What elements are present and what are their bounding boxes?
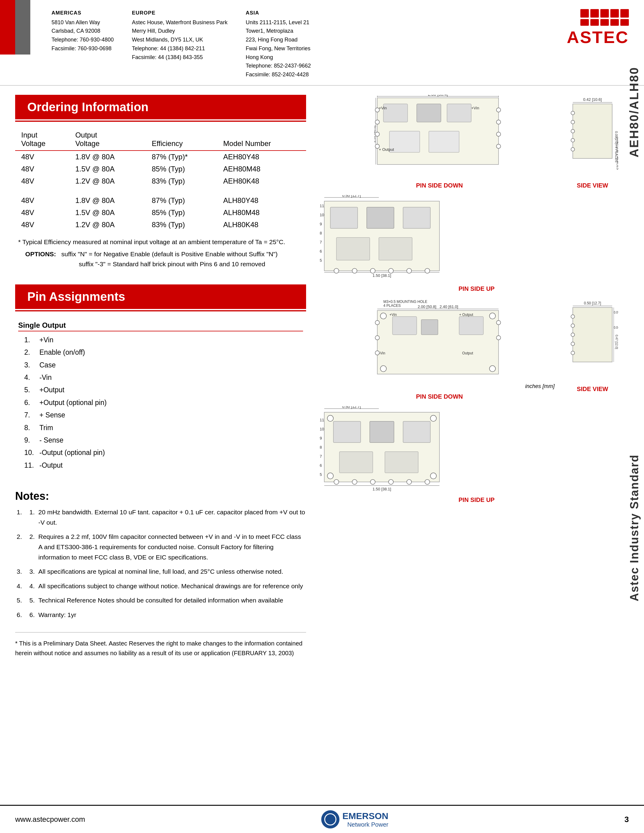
svg-text:8: 8 <box>320 445 322 450</box>
svg-point-93 <box>430 415 436 421</box>
svg-point-28 <box>571 148 575 151</box>
notes-list: 1.20 mHz bandwidth. External 10 uF tant.… <box>15 507 306 620</box>
address-americas: AMERICAS 5810 Van Allen Way Carlsbad, CA… <box>52 9 114 79</box>
disclaimer: * This is a Preliminary Data Sheet. Aast… <box>15 632 306 658</box>
cell-efficiency: 87% (Typ)* <box>146 151 217 163</box>
cell-output: 1.5V @ 80A <box>69 163 145 175</box>
svg-point-26 <box>571 129 575 133</box>
svg-rect-47 <box>403 207 430 228</box>
svg-text:+ Output: + Output <box>379 147 394 152</box>
svg-rect-65 <box>393 317 417 335</box>
note-item: 5.Technical Reference Notes should be co… <box>17 595 306 606</box>
ordering-section: Ordering Information InputVoltage Output… <box>15 95 306 269</box>
cell-output: 1.2V @ 80A <box>69 219 145 231</box>
cell-efficiency: 85% (Typ) <box>146 163 217 175</box>
diagram-svg-3: M3×0.5 MOUNTING HOLE 4 PLACES 2.00 [50.8… <box>374 298 505 383</box>
cell-efficiency: 83% (Typ) <box>146 175 217 187</box>
svg-point-94 <box>327 473 333 479</box>
emerson-logo-circle <box>321 810 340 828</box>
svg-rect-46 <box>367 207 394 228</box>
cell-efficiency: 87% (Typ) <box>146 195 217 207</box>
header-addresses: AMERICAS 5810 Van Allen Way Carlsbad, CA… <box>39 9 311 79</box>
svg-rect-48 <box>336 238 370 260</box>
option2: suffix "-3" = Standard half brick pinout… <box>79 259 303 269</box>
svg-text:1.50 [38.1]: 1.50 [38.1] <box>372 487 391 491</box>
footer-logo-area: EMERSON Network Power <box>321 810 388 828</box>
svg-text:9: 9 <box>320 436 322 441</box>
svg-point-73 <box>496 320 501 325</box>
svg-text:0.50 [12.7]: 0.50 [12.7] <box>584 301 601 306</box>
svg-point-27 <box>571 138 575 142</box>
diagram-group-2: 0.50 [12.7] 11 10 9 8 7 6 5 1.50 [38.1] <box>318 195 620 292</box>
address-europe: EUROPE Astec House, Waterfront Business … <box>132 9 227 79</box>
svg-point-61 <box>380 313 386 319</box>
page-wrapper: AMERICAS 5810 Van Allen Way Carlsbad, CA… <box>0 0 644 833</box>
footer: www.astecpower.com EMERSON Network Power… <box>0 805 644 833</box>
svg-point-63 <box>380 366 386 371</box>
svg-point-50 <box>334 269 339 273</box>
pin-side-up-label-2: PIN SIDE UP <box>459 497 494 503</box>
pin-side-down-label-2: PIN SIDE DOWN <box>416 393 463 400</box>
note-item: 4.All specifications subject to change w… <box>17 581 306 591</box>
svg-text:-Vin: -Vin <box>379 351 385 355</box>
svg-text:7: 7 <box>320 240 322 244</box>
svg-point-64 <box>489 366 496 371</box>
svg-point-92 <box>327 415 333 421</box>
list-item: 5.+Output <box>24 384 303 396</box>
col-output: OutputVoltage <box>69 129 145 151</box>
svg-point-13 <box>375 120 380 124</box>
col-model: Model Number <box>217 129 306 151</box>
svg-text:6: 6 <box>320 249 322 254</box>
note-item: 1.20 mHz bandwidth. External 10 uF tant.… <box>17 507 306 527</box>
address-asia: ASIA Units 2111-2115, Level 21 Tower1, M… <box>246 9 311 79</box>
side-view-label-1: SIDE VIEW <box>577 182 608 189</box>
svg-point-110 <box>370 479 375 484</box>
region-asia: ASIA <box>246 9 311 17</box>
cell-model: ALH80M48 <box>217 207 306 219</box>
inches-mm: inches [mm] <box>318 383 561 389</box>
astec-logo: ASTEC <box>567 9 629 47</box>
svg-point-55 <box>425 269 430 273</box>
diagram-group-1: 2.30 [58.4] 1.90 [48.3] <box>318 95 620 189</box>
pin-section-header: Pin Assignments <box>15 285 306 309</box>
svg-text:10: 10 <box>320 427 324 431</box>
svg-text:0.47 [12.0]: 0.47 [12.0] <box>615 335 618 349</box>
cell-input: 48V <box>15 151 69 163</box>
svg-rect-8 <box>417 104 441 122</box>
svg-point-113 <box>425 479 430 484</box>
side-view-label-2: SIDE VIEW <box>577 386 608 392</box>
cell-input: 48V <box>15 219 69 231</box>
diagram-side-view-2: 0.50 [12.7] 0.09(2.3)×2 4 PLACES 0.04(1.… <box>565 298 620 400</box>
svg-rect-45 <box>330 207 357 228</box>
svg-point-53 <box>388 269 393 273</box>
list-item: 4.-Vin <box>24 371 303 384</box>
svg-text:9: 9 <box>320 222 322 226</box>
table-row: 48V 1.5V @ 80A 85% (Typ) ALH80M48 <box>15 207 306 219</box>
svg-rect-67 <box>421 320 438 335</box>
notes-title: Notes: <box>15 490 306 503</box>
table-row: 48V 1.8V @ 80A 87% (Typ) ALH80Y48 <box>15 195 306 207</box>
svg-text:2.00 [50.8]   2.40 [61.0]: 2.00 [50.8] 2.40 [61.0] <box>418 304 458 309</box>
gray-deco-block <box>15 0 30 55</box>
diagram-pin-side-down-1: 2.30 [58.4] 1.90 [48.3] <box>318 95 561 189</box>
footer-url[interactable]: www.astecpower.com <box>15 815 85 823</box>
table-row: 48V 1.2V @ 80A 83% (Typ) AEH80K48 <box>15 175 306 187</box>
svg-rect-7 <box>383 104 407 122</box>
cell-model: AEH80Y48 <box>217 151 306 163</box>
svg-text:7: 7 <box>320 454 322 458</box>
cell-output: 1.8V @ 80A <box>69 151 145 163</box>
left-column: Ordering Information InputVoltage Output… <box>15 95 306 658</box>
diagram-side-view-1: 0.42 [10.6] 0.09(2.0)×4 PLACES 0.063 [1.… <box>565 95 620 189</box>
ordering-table: InputVoltage OutputVoltage Efficiency Mo… <box>15 129 306 231</box>
pin-list: 1.+Vin 2.Enable (on/off) 3.Case 4.-Vin 5… <box>18 334 303 472</box>
svg-text:0.50 [12.7]: 0.50 [12.7] <box>342 406 361 409</box>
diagram-svg-4: 0.50 [12.7] 11 10 9 8 7 6 5 <box>318 406 449 494</box>
list-item: 10.-Output (optional pin) <box>24 447 303 459</box>
pin-side-up-label-1: PIN SIDE UP <box>459 285 494 292</box>
diagram-svg-2: 0.50 [12.7] 11 10 9 8 7 6 5 1.50 [38.1] <box>318 195 449 283</box>
svg-text:+Vin: +Vin <box>471 106 479 110</box>
svg-text:0.04(1.0)×7 PLACES: 0.04(1.0)×7 PLACES <box>614 326 618 329</box>
footnote-star: * Typical Efficiency measured at nominal… <box>18 237 303 247</box>
svg-point-17 <box>496 120 501 124</box>
cell-input: 48V <box>15 163 69 175</box>
